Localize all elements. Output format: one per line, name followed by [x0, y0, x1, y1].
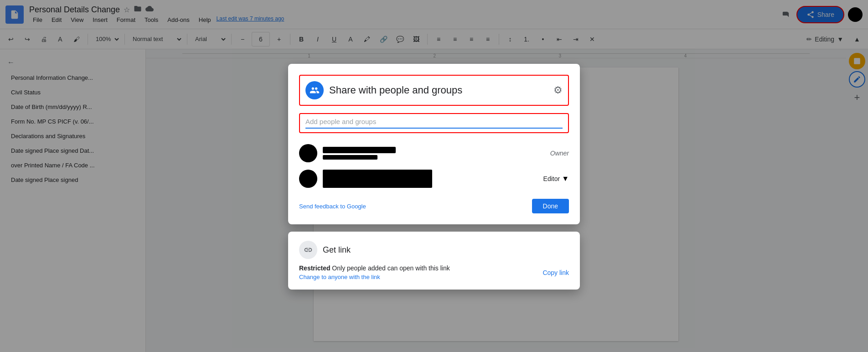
get-link-title: Get link: [323, 245, 351, 255]
link-footer: Restricted Only people added can open wi…: [299, 264, 569, 280]
get-link-header: Get link: [299, 241, 569, 259]
person-2-left: [299, 170, 432, 188]
copy-link-button[interactable]: Copy link: [542, 269, 569, 276]
change-link[interactable]: Change to anyone with the link: [299, 274, 450, 280]
link-desc-text: Only people added can open with this lin…: [332, 264, 450, 272]
share-header: Share with people and groups ⚙: [299, 75, 569, 106]
person-1-email-redacted: [323, 155, 377, 160]
person-1-role: Owner: [550, 150, 569, 157]
feedback-link[interactable]: Send feedback to Google: [299, 203, 366, 210]
share-dialog: Share with people and groups ⚙: [288, 64, 580, 224]
person-2-avatar: [299, 170, 317, 188]
person-1-avatar: [299, 144, 317, 162]
person-2-info-redacted: [323, 170, 432, 188]
restricted-label: Restricted: [299, 264, 330, 272]
role-chevron-icon: ▼: [562, 175, 569, 183]
get-link-section: Get link Restricted Only people added ca…: [288, 232, 580, 290]
person-row-2: Editor ▼: [299, 166, 569, 192]
share-input-area[interactable]: [299, 113, 569, 133]
share-avatar-icon: [305, 81, 324, 99]
role-select[interactable]: Editor ▼: [543, 175, 569, 183]
person-row-1: Owner: [299, 140, 569, 166]
link-chain-icon: [299, 241, 317, 259]
share-header-left: Share with people and groups: [305, 81, 462, 99]
person-1-info: [323, 147, 396, 160]
settings-gear-icon[interactable]: ⚙: [553, 84, 563, 96]
person-1-name-redacted: [323, 147, 396, 153]
person-1-left: [299, 144, 396, 162]
dialog-footer: Send feedback to Google Done: [299, 199, 569, 213]
done-button[interactable]: Done: [532, 199, 569, 213]
share-dialog-title: Share with people and groups: [329, 84, 462, 96]
share-input[interactable]: [305, 118, 563, 125]
person-2-info: [323, 170, 432, 188]
link-description-area: Restricted Only people added can open wi…: [299, 264, 450, 280]
input-underline: [305, 128, 563, 129]
overlay: Share with people and groups ⚙: [0, 0, 868, 352]
person-2-role: Editor: [543, 175, 560, 182]
link-restriction: Restricted Only people added can open wi…: [299, 264, 450, 272]
people-section: Owner Editor ▼: [299, 140, 569, 192]
